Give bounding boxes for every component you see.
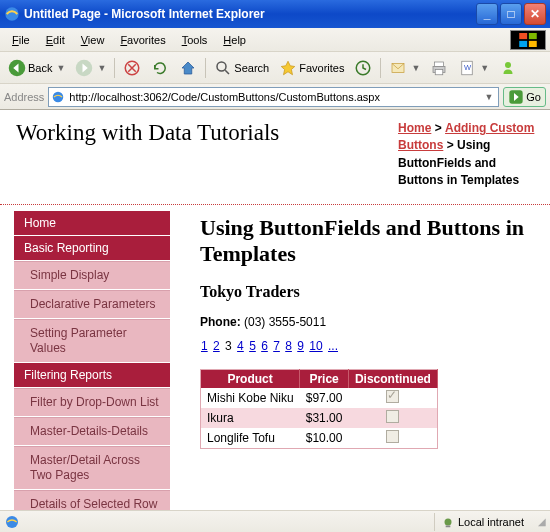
- pager-link[interactable]: 1: [200, 339, 209, 353]
- sidebar-item[interactable]: Details of Selected Row: [14, 490, 170, 510]
- phone-row: Phone: (03) 3555-5011: [200, 315, 540, 329]
- page-heading: Using ButtonFields and Buttons in Templa…: [200, 215, 540, 268]
- grid-header: Product: [201, 370, 300, 389]
- refresh-button[interactable]: [147, 56, 173, 80]
- discontinued-checkbox[interactable]: [386, 410, 399, 423]
- products-grid: ProductPriceDiscontinuedMishi Kobe Niku$…: [200, 369, 438, 449]
- grid-price: $97.00: [300, 388, 349, 408]
- sidebar-item[interactable]: Declarative Parameters: [14, 290, 170, 318]
- window-maximize-button[interactable]: □: [500, 3, 522, 25]
- grid-product: Longlife Tofu: [201, 428, 300, 449]
- table-row: Mishi Kobe Niku$97.00: [201, 388, 438, 408]
- sidebar-heading[interactable]: Basic Reporting: [14, 236, 170, 260]
- discontinued-checkbox[interactable]: [386, 430, 399, 443]
- grid-header: Price: [300, 370, 349, 389]
- svg-rect-3: [519, 41, 527, 47]
- edit-button[interactable]: W▼: [454, 56, 493, 80]
- menu-tools[interactable]: Tools: [174, 32, 216, 48]
- breadcrumb-home[interactable]: Home: [398, 121, 431, 135]
- svg-rect-11: [435, 62, 444, 67]
- forward-button[interactable]: ▼: [71, 56, 110, 80]
- page-done-icon: [4, 514, 20, 530]
- status-zone: Local intranet: [434, 513, 530, 531]
- back-button[interactable]: Back ▼: [4, 56, 69, 80]
- breadcrumb: Home > Adding Custom Buttons > Using But…: [398, 120, 540, 190]
- intranet-icon: [441, 515, 455, 529]
- pager-link[interactable]: 10: [308, 339, 323, 353]
- window-title: Untitled Page - Microsoft Internet Explo…: [24, 7, 474, 21]
- sidebar-heading[interactable]: Home: [14, 211, 170, 235]
- pager-current: 3: [224, 339, 233, 353]
- ie-icon: [4, 6, 20, 22]
- discontinued-checkbox[interactable]: [386, 390, 399, 403]
- page-icon: [51, 90, 65, 104]
- grid-product: Ikura: [201, 408, 300, 428]
- menu-bar: File Edit View Favorites Tools Help: [0, 28, 550, 52]
- windows-logo-icon: [510, 30, 546, 50]
- pager-more[interactable]: ...: [327, 339, 339, 353]
- page-content: Working with Data Tutorials Home > Addin…: [0, 110, 550, 510]
- pager-link[interactable]: 6: [260, 339, 269, 353]
- svg-point-16: [505, 62, 511, 68]
- menu-edit[interactable]: Edit: [38, 32, 73, 48]
- supplier-name: Tokyo Traders: [200, 283, 540, 301]
- svg-point-20: [444, 518, 451, 525]
- go-button[interactable]: Go: [503, 87, 546, 107]
- pager-link[interactable]: 5: [248, 339, 257, 353]
- sidebar-item[interactable]: Master-Details-Details: [14, 417, 170, 445]
- menu-view[interactable]: View: [73, 32, 113, 48]
- sidebar-item[interactable]: Simple Display: [14, 261, 170, 289]
- address-dropdown-icon[interactable]: ▼: [481, 92, 496, 102]
- table-row: Longlife Tofu$10.00: [201, 428, 438, 449]
- window-titlebar: Untitled Page - Microsoft Internet Explo…: [0, 0, 550, 28]
- svg-point-8: [217, 62, 226, 71]
- search-button[interactable]: Search: [210, 56, 273, 80]
- svg-rect-1: [519, 33, 527, 39]
- svg-rect-21: [446, 525, 451, 527]
- grid-price: $10.00: [300, 428, 349, 449]
- pager: 1 2 3 4 5 6 7 8 9 10 ...: [200, 339, 540, 353]
- url-text: http://localhost:3062/Code/CustomButtons…: [69, 91, 481, 103]
- pager-link[interactable]: 7: [272, 339, 281, 353]
- messenger-button[interactable]: [495, 56, 521, 80]
- svg-rect-4: [529, 41, 537, 47]
- svg-rect-2: [529, 33, 537, 39]
- grid-product: Mishi Kobe Niku: [201, 388, 300, 408]
- sidebar-item[interactable]: Setting Parameter Values: [14, 319, 170, 362]
- history-button[interactable]: [350, 56, 376, 80]
- grid-price: $31.00: [300, 408, 349, 428]
- table-row: Ikura$31.00: [201, 408, 438, 428]
- sidebar-heading[interactable]: Filtering Reports: [14, 363, 170, 387]
- window-close-button[interactable]: ✕: [524, 3, 546, 25]
- pager-link[interactable]: 8: [284, 339, 293, 353]
- menu-favorites[interactable]: Favorites: [112, 32, 173, 48]
- status-bar: Local intranet ◢: [0, 510, 550, 532]
- svg-rect-13: [436, 69, 444, 74]
- sidebar-item[interactable]: Master/Detail Across Two Pages: [14, 446, 170, 489]
- site-title: Working with Data Tutorials: [0, 110, 360, 154]
- phone-label: Phone:: [200, 315, 241, 329]
- home-button[interactable]: [175, 56, 201, 80]
- favorites-button[interactable]: Favorites: [275, 56, 348, 80]
- sidebar: HomeBasic ReportingSimple DisplayDeclara…: [0, 205, 170, 510]
- address-input[interactable]: http://localhost:3062/Code/CustomButtons…: [48, 87, 499, 107]
- address-label: Address: [4, 91, 44, 103]
- address-bar: Address http://localhost:3062/Code/Custo…: [0, 84, 550, 110]
- grid-header: Discontinued: [348, 370, 437, 389]
- menu-help[interactable]: Help: [215, 32, 254, 48]
- phone-value: (03) 3555-5011: [244, 315, 326, 329]
- menu-file[interactable]: File: [4, 32, 38, 48]
- svg-text:W: W: [464, 63, 472, 72]
- pager-link[interactable]: 2: [212, 339, 221, 353]
- sidebar-item[interactable]: Filter by Drop-Down List: [14, 388, 170, 416]
- pager-link[interactable]: 4: [236, 339, 245, 353]
- resize-grip-icon[interactable]: ◢: [530, 516, 546, 527]
- mail-button[interactable]: ▼: [385, 56, 424, 80]
- pager-link[interactable]: 9: [296, 339, 305, 353]
- toolbar: Back ▼ ▼ Search Favorites ▼ W▼: [0, 52, 550, 84]
- print-button[interactable]: [426, 56, 452, 80]
- window-minimize-button[interactable]: _: [476, 3, 498, 25]
- stop-button[interactable]: [119, 56, 145, 80]
